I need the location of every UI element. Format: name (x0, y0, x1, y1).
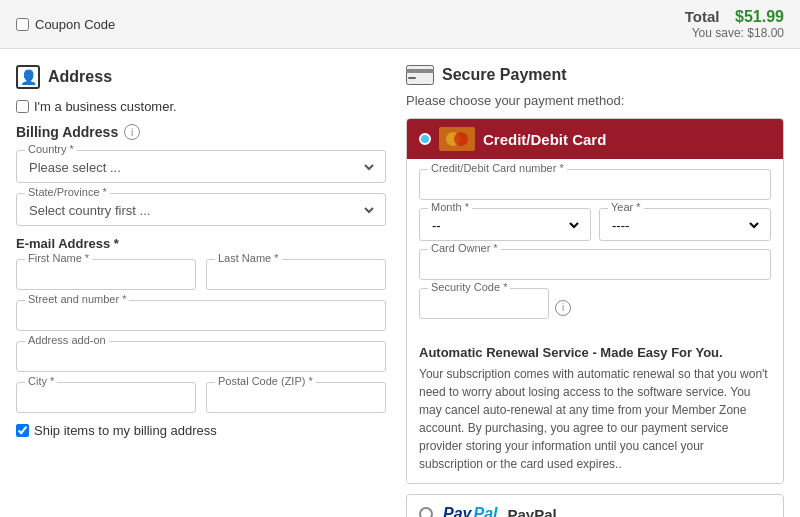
year-select[interactable]: ---- (608, 215, 762, 236)
state-label: State/Province * (25, 186, 110, 198)
last-name-field: Last Name * (206, 259, 386, 290)
address-addon-input[interactable] (25, 348, 377, 367)
svg-rect-0 (407, 66, 434, 85)
coupon-checkbox[interactable] (16, 18, 29, 31)
address-header: 👤 Address (16, 65, 386, 89)
ship-checkbox[interactable] (16, 424, 29, 437)
year-field: Year * ---- (599, 208, 771, 241)
first-name-label: First Name * (25, 252, 92, 264)
paypal-title: PayPal (507, 506, 556, 518)
city-postal-row: City * Postal Code (ZIP) * (16, 382, 386, 413)
first-name-field: First Name * (16, 259, 196, 290)
security-field: Security Code * (419, 288, 549, 319)
street-field: Street and number * (16, 300, 386, 331)
street-label: Street and number * (25, 293, 129, 305)
name-row: First Name * Last Name * (16, 259, 386, 290)
card-radio[interactable] (419, 133, 431, 145)
paypal-payment-option[interactable]: PayPal PayPal (406, 494, 784, 517)
info-icon[interactable]: i (124, 124, 140, 140)
ship-label: Ship items to my billing address (34, 423, 217, 438)
svg-point-5 (454, 132, 468, 146)
coupon-label: Coupon Code (35, 17, 115, 32)
month-label: Month * (428, 201, 472, 213)
security-label: Security Code * (428, 281, 510, 293)
state-select[interactable]: Select country first ... (25, 200, 377, 221)
paypal-logo-blue: Pay (443, 505, 471, 517)
city-input[interactable] (25, 389, 187, 408)
email-label: E-mail Address * (16, 236, 386, 251)
payment-section: Secure Payment Please choose your paymen… (406, 65, 784, 517)
top-bar: Coupon Code Total $51.99 You save: $18.0… (0, 0, 800, 49)
payment-header: Secure Payment (406, 65, 784, 85)
country-select[interactable]: Please select ... (25, 157, 377, 178)
svg-rect-2 (408, 77, 416, 79)
renewal-section: Automatic Renewal Service - Made Easy Fo… (407, 345, 783, 483)
payment-subtitle: Please choose your payment method: (406, 93, 784, 108)
year-label: Year * (608, 201, 644, 213)
person-icon: 👤 (16, 65, 40, 89)
paypal-logo: PayPal (443, 505, 497, 517)
total-amount: $51.99 (735, 8, 784, 25)
postal-label: Postal Code (ZIP) * (215, 375, 316, 387)
business-label: I'm a business customer. (34, 99, 177, 114)
billing-header: Billing Address i (16, 124, 386, 140)
card-payment-option: Credit/Debit Card Credit/Debit Card numb… (406, 118, 784, 484)
card-owner-input[interactable] (428, 256, 762, 275)
coupon-area: Coupon Code (16, 17, 115, 32)
renewal-text: Your subscription comes with automatic r… (419, 365, 771, 473)
city-label: City * (25, 375, 57, 387)
svg-rect-1 (406, 69, 434, 73)
payment-title: Secure Payment (442, 66, 567, 84)
address-addon-field: Address add-on (16, 341, 386, 372)
business-checkbox[interactable] (16, 100, 29, 113)
card-number-label: Credit/Debit Card number * (428, 162, 567, 174)
renewal-title: Automatic Renewal Service - Made Easy Fo… (419, 345, 771, 360)
ship-check-row: Ship items to my billing address (16, 423, 386, 438)
card-fields: Credit/Debit Card number * Month * -- Ye… (407, 159, 783, 345)
postal-field: Postal Code (ZIP) * (206, 382, 386, 413)
month-year-row: Month * -- Year * ---- (419, 208, 771, 241)
street-input[interactable] (25, 307, 377, 326)
security-input[interactable] (428, 295, 540, 314)
business-check-row: I'm a business customer. (16, 99, 386, 114)
month-field: Month * -- (419, 208, 591, 241)
you-save: You save: $18.00 (685, 26, 784, 40)
country-field: Country * Please select ... (16, 150, 386, 183)
card-number-input[interactable] (428, 176, 762, 195)
state-field: State/Province * Select country first ..… (16, 193, 386, 226)
card-number-field: Credit/Debit Card number * (419, 169, 771, 200)
main-content: 👤 Address I'm a business customer. Billi… (0, 49, 800, 517)
country-label: Country * (25, 143, 77, 155)
total-area: Total $51.99 You save: $18.00 (685, 8, 784, 40)
card-brand-svg (439, 127, 475, 151)
address-section: 👤 Address I'm a business customer. Billi… (16, 65, 386, 517)
card-option-header[interactable]: Credit/Debit Card (407, 119, 783, 159)
card-option-title: Credit/Debit Card (483, 131, 606, 148)
billing-title: Billing Address (16, 124, 118, 140)
month-select[interactable]: -- (428, 215, 582, 236)
card-owner-label: Card Owner * (428, 242, 501, 254)
card-logo-icon (439, 127, 475, 151)
first-name-input[interactable] (25, 266, 187, 285)
address-title: Address (48, 68, 112, 86)
card-owner-field: Card Owner * (419, 249, 771, 280)
paypal-radio[interactable] (419, 507, 433, 517)
city-field: City * (16, 382, 196, 413)
payment-icon (406, 65, 434, 85)
postal-input[interactable] (215, 389, 377, 408)
last-name-label: Last Name * (215, 252, 282, 264)
security-info-icon[interactable]: i (555, 300, 571, 316)
total-label: Total (685, 8, 720, 25)
address-addon-label: Address add-on (25, 334, 109, 346)
security-row: Security Code * i (419, 288, 771, 327)
last-name-input[interactable] (215, 266, 377, 285)
paypal-logo-light: Pal (473, 505, 497, 517)
